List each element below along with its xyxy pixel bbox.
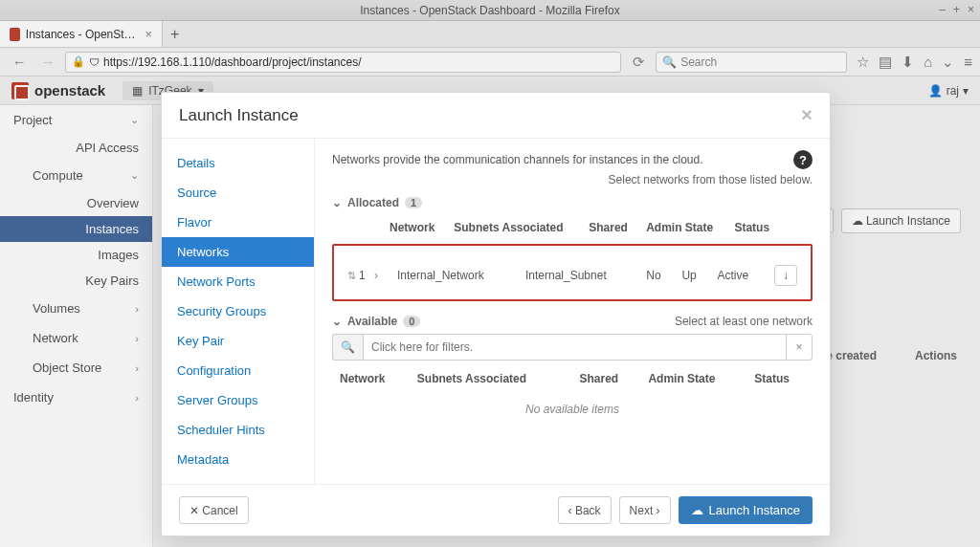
col-status-2: Status [748, 368, 811, 389]
available-header-row: Network Subnets Associated Shared Admin … [334, 368, 811, 389]
step-scheduler-hints[interactable]: Scheduler Hints [162, 415, 314, 445]
allocated-network-row[interactable]: ⇅ 1 › Internal_Network Internal_Subnet N… [342, 259, 803, 292]
step-server-groups[interactable]: Server Groups [162, 385, 314, 415]
available-section-toggle[interactable]: ⌄ Available 0 [332, 315, 420, 328]
available-hint: Select at least one network [675, 315, 813, 328]
wizard-nav: Details Source Flavor Networks Network P… [162, 139, 315, 484]
chevron-right-icon: › [657, 504, 660, 517]
col-admin-2: Admin State [642, 368, 746, 389]
step-metadata[interactable]: Metadata [162, 445, 314, 474]
step-networks[interactable]: Networks [162, 237, 314, 267]
col-network: Network [384, 217, 446, 238]
allocated-highlight-box: ⇅ 1 › Internal_Network Internal_Subnet N… [332, 244, 813, 301]
help-icon[interactable]: ? [793, 150, 813, 169]
chevron-left-icon: ‹ [568, 504, 572, 517]
col-admin: Admin State [640, 217, 726, 238]
step-details[interactable]: Details [162, 148, 314, 178]
modal-close-icon[interactable]: × [801, 104, 813, 126]
x-icon: ✕ [189, 504, 199, 517]
col-subnets: Subnets Associated [448, 217, 581, 238]
cell-subnets: Internal_Subnet [520, 259, 638, 292]
modal-title: Launch Instance [179, 106, 299, 125]
step-source[interactable]: Source [162, 178, 314, 208]
allocated-count: 1 [405, 197, 422, 208]
cell-admin: Up [676, 259, 709, 292]
step-flavor[interactable]: Flavor [162, 208, 314, 237]
no-available-items: No available items [334, 391, 811, 427]
col-network-2: Network [334, 368, 410, 389]
col-shared-2: Shared [573, 368, 640, 389]
step-key-pair[interactable]: Key Pair [162, 326, 314, 356]
step-description: Networks provide the communication chann… [332, 153, 703, 166]
filter-group: 🔍 × [332, 334, 813, 361]
cell-status: Active [712, 259, 767, 292]
allocated-section-toggle[interactable]: ⌄ Allocated 1 [332, 196, 813, 209]
filter-search-icon[interactable]: 🔍 [332, 334, 363, 361]
chevron-down-icon: ⌄ [332, 315, 342, 328]
deallocate-button[interactable]: ↓ [774, 265, 797, 286]
allocated-label: Allocated [347, 196, 399, 209]
row-order: 1 [359, 269, 366, 282]
launch-instance-modal: Launch Instance × Details Source Flavor … [161, 92, 831, 536]
allocated-header-row: Network Subnets Associated Shared Admin … [334, 217, 811, 238]
step-configuration[interactable]: Configuration [162, 356, 314, 385]
launch-instance-submit[interactable]: ☁Launch Instance [679, 496, 813, 524]
step-security-groups[interactable]: Security Groups [162, 296, 314, 326]
cell-shared: No [640, 259, 674, 292]
wizard-content: Networks provide the communication chann… [315, 139, 830, 484]
available-count: 0 [403, 316, 420, 327]
cancel-button[interactable]: ✕ Cancel [179, 496, 249, 524]
select-hint: Select networks from those listed below. [332, 173, 813, 186]
chevron-right-icon: › [374, 269, 378, 282]
chevron-down-icon: ⌄ [332, 196, 342, 209]
cell-network: Internal_Network [391, 259, 518, 292]
col-shared: Shared [583, 217, 638, 238]
drag-icon[interactable]: ⇅ [347, 270, 359, 281]
next-button[interactable]: Next › [619, 496, 671, 524]
filter-clear-icon[interactable]: × [786, 334, 813, 361]
arrow-down-icon: ↓ [783, 269, 789, 282]
step-network-ports[interactable]: Network Ports [162, 267, 314, 296]
filter-input[interactable] [363, 334, 786, 361]
available-label: Available [347, 315, 397, 328]
col-subnets-2: Subnets Associated [412, 368, 572, 389]
col-status: Status [728, 217, 780, 238]
cloud-upload-icon: ☁ [691, 503, 703, 517]
back-button-modal[interactable]: ‹ Back [558, 496, 612, 524]
